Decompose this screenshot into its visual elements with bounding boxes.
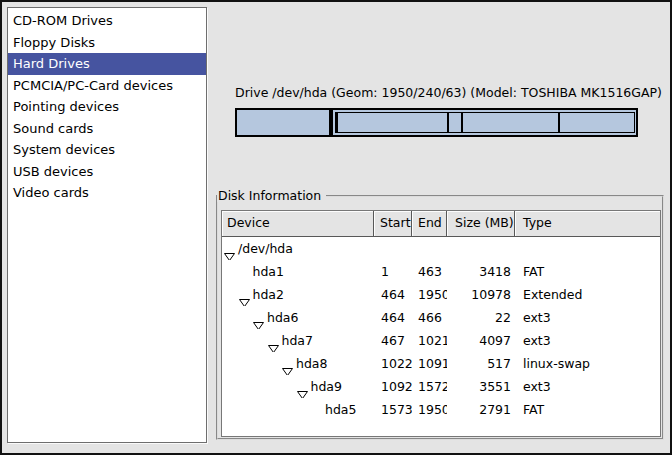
column-header-start[interactable]: Start — [374, 211, 412, 237]
device-cell: hda7 — [222, 329, 374, 352]
type-cell — [515, 237, 660, 260]
device-cell: hda9 — [222, 375, 374, 398]
table-row[interactable]: hda7 467 1021 4097 ext3 — [222, 329, 660, 352]
start-cell: 464 — [374, 283, 412, 306]
start-cell: 467 — [374, 329, 412, 352]
sidebar-item-pcmcia-pc-card-devices[interactable]: PCMCIA/PC-Card devices — [8, 75, 206, 97]
start-cell: 1 — [374, 260, 412, 283]
device-name: hda7 — [282, 329, 313, 352]
device-cell: /dev/hda — [222, 237, 374, 260]
start-cell: 464 — [374, 306, 412, 329]
end-cell: 1091 — [412, 352, 447, 375]
start-cell: 1092 — [374, 375, 412, 398]
size-cell: 2791 — [447, 398, 515, 421]
device-name: hda8 — [296, 352, 327, 375]
sidebar-item-sound-cards[interactable]: Sound cards — [8, 118, 206, 140]
device-name: hda5 — [325, 398, 356, 421]
type-cell: FAT — [515, 260, 660, 283]
size-cell: 10978 — [447, 283, 515, 306]
column-header-end[interactable]: End — [412, 211, 447, 237]
device-cell: hda5 — [222, 398, 374, 421]
end-cell: 466 — [412, 306, 447, 329]
size-cell: 22 — [447, 306, 515, 329]
expander-triangle-icon[interactable] — [224, 245, 235, 253]
end-cell: 1950 — [412, 283, 447, 306]
size-cell: 517 — [447, 352, 515, 375]
start-cell: 1573 — [374, 398, 412, 421]
sidebar-item-system-devices[interactable]: System devices — [8, 139, 206, 161]
size-cell — [447, 237, 515, 260]
size-cell: 3418 — [447, 260, 515, 283]
sidebar-item-usb-devices[interactable]: USB devices — [8, 161, 206, 183]
table-row[interactable]: hda1 1 463 3418 FAT — [222, 260, 660, 283]
column-header-type[interactable]: Type — [515, 211, 660, 237]
end-cell: 463 — [412, 260, 447, 283]
type-cell: FAT — [515, 398, 660, 421]
end-cell: 1021 — [412, 329, 447, 352]
table-row[interactable]: /dev/hda — [222, 237, 660, 260]
table-row[interactable]: hda5 1573 1950 2791 FAT — [222, 398, 660, 421]
expander-triangle-icon[interactable] — [239, 291, 250, 299]
sidebar-item-video-cards[interactable]: Video cards — [8, 182, 206, 204]
partition-segment-hda1 — [235, 108, 331, 137]
device-name: hda2 — [253, 283, 284, 306]
sidebar-item-cd-rom-drives[interactable]: CD-ROM Drives — [8, 10, 206, 32]
partition-bar — [235, 108, 638, 137]
type-cell: ext3 — [515, 329, 660, 352]
disk-information-label: Disk Information — [217, 189, 326, 202]
size-cell: 3551 — [447, 375, 515, 398]
disk-information-table[interactable]: DeviceStartEndSize (MB)Type /dev/hda hda… — [221, 210, 661, 437]
device-name: hda9 — [311, 375, 342, 398]
device-cell: hda2 — [222, 283, 374, 306]
table-row[interactable]: hda6 464 466 22 ext3 — [222, 306, 660, 329]
table-row[interactable]: hda2 464 1950 10978 Extended — [222, 283, 660, 306]
type-cell: linux-swap — [515, 352, 660, 375]
partition-segment-hda5 — [559, 112, 635, 133]
device-cell: hda6 — [222, 306, 374, 329]
partition-segment-hda8 — [448, 112, 462, 133]
expander-triangle-icon[interactable] — [297, 383, 308, 391]
device-cell: hda8 — [222, 352, 374, 375]
device-category-list[interactable]: CD-ROM DrivesFloppy DisksHard DrivesPCMC… — [7, 7, 207, 443]
hardware-browser-window: CD-ROM DrivesFloppy DisksHard DrivesPCMC… — [0, 0, 672, 455]
partition-segment-hda7 — [337, 112, 449, 133]
partition-segment-hda9 — [462, 112, 559, 133]
drive-info-label: Drive /dev/hda (Geom: 1950/240/63) (Mode… — [235, 85, 638, 100]
column-header-size-mb[interactable]: Size (MB) — [447, 211, 515, 237]
end-cell: 1950 — [412, 398, 447, 421]
size-cell: 4097 — [447, 329, 515, 352]
type-cell: ext3 — [515, 375, 660, 398]
partition-segment-hda2 — [331, 108, 638, 137]
type-cell: ext3 — [515, 306, 660, 329]
start-cell: 1022 — [374, 352, 412, 375]
device-name: hda1 — [253, 260, 284, 283]
table-row[interactable]: hda9 1092 1572 3551 ext3 — [222, 375, 660, 398]
sidebar-item-pointing-devices[interactable]: Pointing devices — [8, 96, 206, 118]
table-header-row: DeviceStartEndSize (MB)Type — [222, 211, 660, 237]
device-cell: hda1 — [222, 260, 374, 283]
start-cell — [374, 237, 412, 260]
expander-triangle-icon[interactable] — [253, 314, 264, 322]
expander-triangle-icon[interactable] — [282, 360, 293, 368]
column-header-device[interactable]: Device — [222, 211, 374, 237]
sidebar-item-floppy-disks[interactable]: Floppy Disks — [8, 32, 206, 54]
table-body: /dev/hda hda1 1 463 3418 FAT hda2 464 19… — [222, 237, 660, 421]
type-cell: Extended — [515, 283, 660, 306]
end-cell — [412, 237, 447, 260]
device-name: hda6 — [267, 306, 298, 329]
sidebar-item-hard-drives[interactable]: Hard Drives — [8, 53, 206, 75]
device-name: /dev/hda — [238, 237, 293, 260]
table-row[interactable]: hda8 1022 1091 517 linux-swap — [222, 352, 660, 375]
expander-triangle-icon[interactable] — [268, 337, 279, 345]
end-cell: 1572 — [412, 375, 447, 398]
